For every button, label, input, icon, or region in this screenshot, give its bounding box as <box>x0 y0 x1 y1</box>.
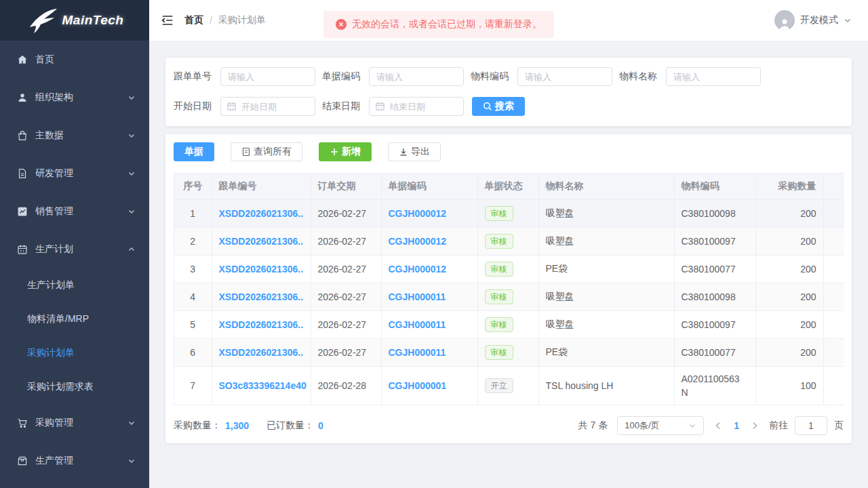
material-code-input[interactable] <box>517 67 612 86</box>
calendar-icon <box>375 101 385 111</box>
package-icon <box>16 455 28 467</box>
doc-no-link[interactable]: CGJH000011 <box>389 347 446 358</box>
search-row-1: 跟单单号 单据编码 物料编码 物料名称 <box>174 67 844 86</box>
field-label: 物料编码 <box>471 70 509 83</box>
doc-no-link[interactable]: CGJH000012 <box>389 264 447 274</box>
chevron-down-icon <box>844 16 852 24</box>
search-row-2: 开始日期 结束日期 搜索 <box>174 97 844 116</box>
query-all-button[interactable]: 查询所有 <box>231 142 302 161</box>
production-plan-submenu: 生产计划单 物料清单/MRP 采购计划单 采购计划需求表 <box>0 268 149 404</box>
cell-due-date: 2026-02-28 <box>311 366 381 405</box>
table-row[interactable]: 6 XSDD2026021306.. 2026-02-27 CGJH000011… <box>174 338 844 366</box>
field-label: 结束日期 <box>322 100 360 113</box>
sidebar-item-production-plan[interactable]: 生产计划 <box>0 230 149 268</box>
prev-page-icon[interactable] <box>713 421 723 430</box>
sidebar-item-sales[interactable]: 销售管理 <box>0 192 149 230</box>
order-no-link[interactable]: XSDD2026021306.. <box>219 208 304 219</box>
next-page-icon[interactable] <box>750 421 760 430</box>
sidebar-item-org[interactable]: 组织架构 <box>0 79 149 117</box>
goto-page-suffix: 页 <box>834 420 844 432</box>
goto-page-input[interactable] <box>795 416 827 435</box>
cell-seq: 2 <box>174 227 212 255</box>
pagination: 共 7 条 100条/页 1 前往 页 <box>578 416 844 435</box>
add-button[interactable]: 新增 <box>319 142 372 161</box>
cell-seq: 1 <box>174 199 212 227</box>
purchase-qty-summary: 采购数量： 1,300 <box>174 420 249 432</box>
sidebar-item-bom-mrp[interactable]: 物料清单/MRP <box>0 302 149 336</box>
status-badge: 审核 <box>485 234 513 249</box>
download-icon <box>399 147 408 157</box>
data-table: 序号 跟单编号 订单交期 单据编码 单据状态 物料名称 物料编码 采购数量 <box>174 174 844 405</box>
table-row[interactable]: 4 XSDD2026021306.. 2026-02-27 CGJH000011… <box>174 283 844 310</box>
doc-no-link[interactable]: CGJH000012 <box>389 236 447 247</box>
ordered-qty-label: 已订数量： <box>267 420 314 432</box>
order-no-link[interactable]: XSDD2026021306.. <box>219 291 304 302</box>
col-header-due-date: 订单交期 <box>311 174 381 199</box>
cell-material: TSL housing LH <box>538 366 674 405</box>
order-no-link[interactable]: XSDD2026021306.. <box>219 347 304 358</box>
search-button[interactable]: 搜索 <box>472 97 525 116</box>
sidebar-item-manufacturing[interactable]: 生产管理 <box>0 442 149 480</box>
field-label: 开始日期 <box>174 100 212 113</box>
export-button[interactable]: 导出 <box>388 142 441 161</box>
chevron-down-icon <box>127 207 136 216</box>
toolbar: 单据 查询所有 新增 导出 <box>174 142 844 161</box>
table-row[interactable]: 3 XSDD2026021306.. 2026-02-27 CGJH000012… <box>174 255 844 283</box>
table-row[interactable]: 7 SO3c833396214e40 2026-02-28 CGJH000001… <box>174 366 844 405</box>
chevron-up-icon <box>127 245 136 253</box>
sidebar-item-purchasing[interactable]: 采购管理 <box>0 404 149 442</box>
material-name-input[interactable] <box>666 67 761 86</box>
chevron-down-icon <box>127 169 136 178</box>
doc-button[interactable]: 单据 <box>174 142 214 161</box>
cell-material: PE袋 <box>538 255 674 283</box>
main-area: 首页 / 采购计划单 无效的会话，或者会话已过期，请重新登录。 开发模式 跟单单… <box>149 0 868 488</box>
error-toast-message: 无效的会话，或者会话已过期，请重新登录。 <box>352 18 542 30</box>
breadcrumb-home[interactable]: 首页 <box>184 14 203 26</box>
status-badge: 审核 <box>485 345 513 360</box>
col-header-seq: 序号 <box>174 174 212 199</box>
sidebar-item-master-data[interactable]: 主数据 <box>0 117 149 155</box>
order-no-link[interactable]: XSDD2026021306.. <box>219 319 304 330</box>
add-button-label: 新增 <box>342 146 361 158</box>
chevron-down-icon <box>127 131 136 140</box>
cell-material-code: A0201100563N <box>674 366 755 405</box>
cell-due-date: 2026-02-27 <box>311 199 381 227</box>
user-menu[interactable]: 开发模式 <box>774 10 852 30</box>
cell-material: 吸塑盘 <box>538 199 674 227</box>
breadcrumb-separator: / <box>210 15 212 26</box>
order-no-link[interactable]: XSDD2026021306.. <box>219 264 304 274</box>
doc-no-link[interactable]: CGJH000011 <box>389 291 446 302</box>
col-header-material: 物料名称 <box>538 174 674 199</box>
sidebar-item-purchase-plan-demand[interactable]: 采购计划需求表 <box>0 370 149 404</box>
doc-no-link[interactable]: CGJH000001 <box>389 380 447 391</box>
sidebar-item-purchase-plan-order[interactable]: 采购计划单 <box>0 336 149 370</box>
order-no-input[interactable] <box>220 67 315 86</box>
page-size-select[interactable]: 100条/页 <box>617 416 704 435</box>
chart-icon <box>16 205 28 218</box>
sidebar-item-label: 销售管理 <box>35 205 127 218</box>
table-row[interactable]: 2 XSDD2026021306.. 2026-02-27 CGJH000012… <box>174 227 844 255</box>
doc-no-input[interactable] <box>369 67 464 86</box>
page-number[interactable]: 1 <box>732 420 741 431</box>
logo-swoosh-icon <box>26 5 61 35</box>
sidebar-item-rnd[interactable]: 研发管理 <box>0 155 149 192</box>
cart-icon <box>16 417 28 429</box>
cell-due-date: 2026-02-27 <box>311 255 381 283</box>
order-no-link[interactable]: SO3c833396214e40 <box>219 380 307 391</box>
cell-material: 吸塑盘 <box>538 310 674 338</box>
cell-seq: 3 <box>174 255 212 283</box>
cell-seq: 6 <box>174 338 212 366</box>
col-header-status: 单据状态 <box>477 174 538 199</box>
doc-no-link[interactable]: CGJH000011 <box>389 319 446 330</box>
order-no-link[interactable]: XSDD2026021306.. <box>219 236 304 247</box>
document-icon <box>16 167 28 180</box>
cell-qty: 200 <box>755 227 823 255</box>
sidebar-item-production-plan-order[interactable]: 生产计划单 <box>0 268 149 302</box>
doc-no-link[interactable]: CGJH000012 <box>389 208 447 219</box>
table-row[interactable]: 1 XSDD2026021306.. 2026-02-27 CGJH000012… <box>174 199 844 227</box>
ordered-qty-summary: 已订数量： 0 <box>267 420 323 432</box>
cell-material: 吸塑盘 <box>538 283 674 310</box>
table-row[interactable]: 5 XSDD2026021306.. 2026-02-27 CGJH000011… <box>174 310 844 338</box>
sidebar-item-home[interactable]: 首页 <box>0 41 149 79</box>
sidebar-fold-icon[interactable] <box>160 13 175 28</box>
